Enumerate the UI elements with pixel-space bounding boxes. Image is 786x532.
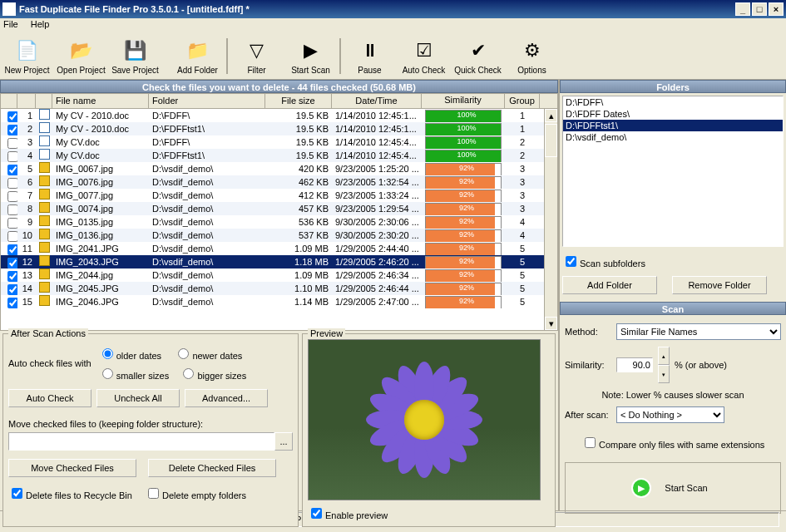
row-checkbox[interactable] — [7, 178, 17, 189]
row-checkbox[interactable] — [7, 111, 17, 122]
minimize-button[interactable]: _ — [735, 2, 750, 16]
table-row[interactable]: 3 My CV.doc D:\FDFF\ 19.5 KB 1/14/2010 1… — [1, 135, 544, 149]
remove-folder-button[interactable]: Remove Folder — [672, 276, 767, 294]
table-row[interactable]: 1 My CV - 2010.doc D:\FDFF\ 19.5 KB 1/14… — [1, 109, 544, 122]
after-scan-select[interactable]: < Do Nothing > — [616, 406, 724, 423]
similarity-bar: 92% — [425, 216, 502, 229]
chk-empty-folders[interactable]: Delete empty folders — [145, 490, 246, 500]
folders-list[interactable]: D:\FDFF\D:\FDFF Dates\D:\FDFFtst1\D:\vsd… — [562, 96, 784, 247]
row-checkbox[interactable] — [7, 165, 17, 175]
col-date[interactable]: Date/Time — [332, 94, 422, 109]
row-checkbox[interactable] — [7, 218, 17, 229]
similarity-input[interactable] — [616, 357, 653, 372]
similarity-bar: 100% — [425, 150, 502, 162]
row-checkbox[interactable] — [7, 258, 17, 268]
start-scan-button[interactable]: Start Scan — [658, 479, 714, 497]
similarity-bar: 92% — [425, 229, 502, 242]
maximize-button[interactable]: □ — [752, 2, 767, 16]
table-row[interactable]: 6 IMG_0076.jpg D:\vsdif_demo\ 462 KB 9/2… — [1, 175, 544, 189]
row-checkbox[interactable] — [7, 284, 17, 295]
menu-help[interactable]: Help — [31, 19, 50, 29]
similarity-bar: 92% — [425, 176, 502, 189]
toolbar-icon: ⏸ — [357, 37, 383, 64]
toolbar-auto-check[interactable]: ☑Auto Check — [397, 35, 451, 77]
row-checkbox[interactable] — [7, 138, 17, 149]
row-checkbox[interactable] — [7, 231, 17, 242]
radio-older[interactable]: older dates — [98, 351, 161, 361]
radio-bigger[interactable]: bigger sizes — [179, 371, 246, 381]
delete-checked-button[interactable]: Delete Checked Files — [148, 459, 276, 477]
toolbar-options[interactable]: ⚙Options — [505, 35, 559, 77]
sim-up-button[interactable]: ▴ — [658, 347, 670, 365]
add-folder-button[interactable]: Add Folder — [562, 276, 657, 294]
row-checkbox[interactable] — [7, 125, 17, 135]
table-row[interactable]: 11 IMG_2041.JPG D:\vsdif_demo\ 1.09 MB 1… — [1, 242, 544, 255]
row-checkbox[interactable] — [7, 191, 17, 202]
table-row[interactable]: 2 My CV - 2010.doc D:\FDFFtst1\ 19.5 KB … — [1, 122, 544, 135]
scroll-up-icon[interactable]: ▴ — [545, 109, 557, 122]
chk-enable-preview[interactable]: Enable preview — [308, 505, 388, 521]
table-row[interactable]: 7 IMG_0077.jpg D:\vsdif_demo\ 412 KB 9/2… — [1, 189, 544, 202]
chk-same-ext[interactable]: Compare only files with same extensions — [581, 435, 764, 451]
toolbar-open-project[interactable]: 📂Open Project — [54, 35, 108, 77]
preview-group: Preview Enable preview — [302, 333, 556, 527]
move-checked-button[interactable]: Move Checked Files — [8, 459, 136, 477]
radio-smaller[interactable]: smaller sizes — [98, 366, 170, 381]
col-group[interactable]: Group — [505, 94, 540, 109]
jpg-icon — [39, 229, 50, 239]
table-row[interactable]: 9 IMG_0135.jpg D:\vsdif_demo\ 536 KB 9/3… — [1, 215, 544, 229]
scroll-down-icon[interactable]: ▾ — [545, 317, 557, 330]
toolbar-icon: ✔ — [465, 37, 492, 64]
col-name[interactable]: File name — [52, 94, 149, 109]
row-checkbox[interactable] — [7, 204, 17, 215]
row-checkbox[interactable] — [7, 151, 17, 162]
col-size[interactable]: File size — [265, 94, 332, 109]
close-button[interactable]: × — [769, 2, 784, 16]
similarity-bar: 92% — [425, 163, 502, 175]
table-row[interactable]: 10 IMG_0136.jpg D:\vsdif_demo\ 537 KB 9/… — [1, 229, 544, 242]
toolbar-quick-check[interactable]: ✔Quick Check — [451, 35, 505, 77]
auto-check-button[interactable]: Auto Check — [8, 389, 91, 407]
browse-button[interactable]: ... — [274, 432, 293, 451]
scroll-thumb[interactable] — [545, 124, 557, 157]
similarity-bar: 92% — [425, 203, 502, 215]
chk-recycle[interactable]: Delete files to Recycle Bin — [8, 490, 132, 500]
radio-newer[interactable]: newer dates — [174, 351, 242, 361]
jpg-icon — [39, 175, 50, 186]
col-sim[interactable]: Similarity — [422, 94, 505, 109]
folder-item[interactable]: D:\FDFFtst1\ — [563, 120, 783, 131]
table-row[interactable]: 14 IMG_2045.JPG D:\vsdif_demo\ 1.10 MB 1… — [1, 282, 544, 295]
row-checkbox[interactable] — [7, 271, 17, 282]
method-select[interactable]: Similar File Names — [616, 323, 781, 340]
move-folder-input[interactable] — [8, 432, 274, 451]
chk-scan-subfolders[interactable]: Scan subfolders — [562, 254, 645, 269]
row-checkbox[interactable] — [7, 298, 17, 308]
toolbar-add-folder[interactable]: 📁Add Folder — [171, 35, 225, 77]
table-row[interactable]: 15 IMG_2046.JPG D:\vsdif_demo\ 1.14 MB 1… — [1, 295, 544, 308]
uncheck-all-button[interactable]: Uncheck All — [96, 389, 180, 407]
toolbar-icon: 💾 — [122, 37, 149, 64]
jpg-icon — [39, 255, 50, 266]
toolbar-save-project[interactable]: 💾Save Project — [108, 35, 162, 77]
advanced-button[interactable]: Advanced... — [185, 389, 268, 407]
vertical-scrollbar[interactable]: ▴ ▾ — [544, 109, 557, 330]
table-row[interactable]: 4 My CV.doc D:\FDFFtst1\ 19.5 KB 1/14/20… — [1, 149, 544, 162]
similarity-bar: 100% — [425, 136, 502, 149]
toolbar-pause[interactable]: ⏸Pause — [343, 35, 397, 77]
toolbar-filter[interactable]: ▽Filter — [230, 35, 284, 77]
table-row[interactable]: 5 IMG_0067.jpg D:\vsdif_demo\ 420 KB 9/2… — [1, 162, 544, 175]
doc-icon — [39, 122, 50, 133]
folder-item[interactable]: D:\vsdif_demo\ — [563, 131, 783, 143]
folder-item[interactable]: D:\FDFF\ — [563, 96, 783, 108]
table-row[interactable]: 8 IMG_0074.jpg D:\vsdif_demo\ 457 KB 9/2… — [1, 202, 544, 215]
similarity-bar: 92% — [425, 269, 502, 282]
folder-item[interactable]: D:\FDFF Dates\ — [563, 108, 783, 120]
row-checkbox[interactable] — [7, 244, 17, 255]
toolbar-start-scan[interactable]: ▶Start Scan — [284, 35, 338, 77]
table-row[interactable]: 13 IMG_2044.jpg D:\vsdif_demo\ 1.09 MB 1… — [1, 268, 544, 282]
sim-down-button[interactable]: ▾ — [658, 365, 670, 383]
table-row[interactable]: 12 IMG_2043.JPG D:\vsdif_demo\ 1.18 MB 1… — [1, 255, 544, 268]
col-folder[interactable]: Folder — [149, 94, 265, 109]
menu-file[interactable]: File — [3, 19, 18, 29]
toolbar-new-project[interactable]: 📄New Project — [0, 35, 54, 77]
